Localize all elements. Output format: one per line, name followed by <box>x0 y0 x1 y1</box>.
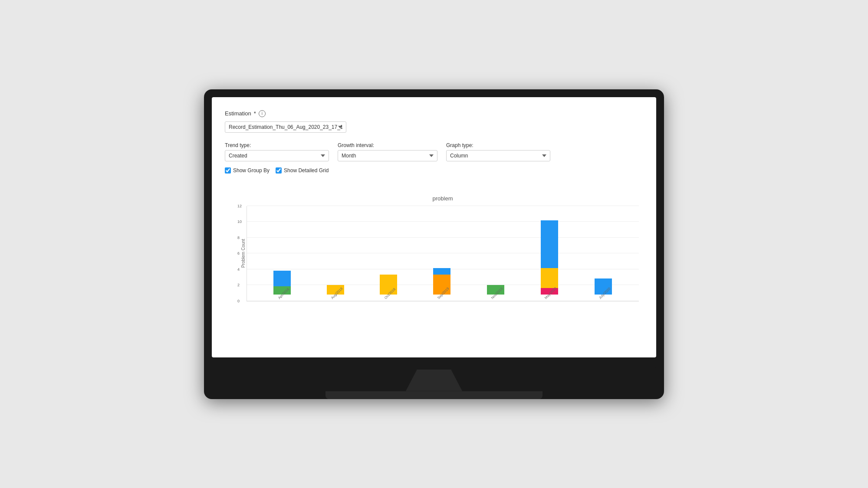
bar-group: Apr/2018 <box>273 271 291 301</box>
bar-stack <box>541 220 558 294</box>
bar-group: Nov/2019 <box>486 285 505 301</box>
y-tick-label: 4 <box>237 267 240 272</box>
bar-segment <box>541 268 558 288</box>
show-detailed-grid-label: Show Detailed Grid <box>284 167 329 174</box>
bar-segment <box>433 268 450 275</box>
graph-type-label: Graph type: <box>446 142 550 148</box>
y-tick-label: 0 <box>237 299 240 303</box>
monitor-screen: Estimation * i Record_Estimation_Thu_06_… <box>212 97 656 357</box>
growth-interval-group: Growth interval: Month <box>338 142 437 161</box>
graph-type-select[interactable]: Column <box>446 150 550 161</box>
info-icon[interactable]: i <box>259 110 266 117</box>
app-content: Estimation * i Record_Estimation_Thu_06_… <box>212 97 656 357</box>
controls-row: Trend type: Created Growth interval: Mon… <box>225 142 643 161</box>
y-tick-label: 6 <box>237 251 240 255</box>
estimation-label-row: Estimation * i <box>225 110 643 117</box>
bar-group: July/2020 <box>594 278 613 301</box>
bar-group: May/2020 <box>539 220 559 301</box>
show-detailed-grid-checkbox-item[interactable]: Show Detailed Grid <box>276 167 329 174</box>
chart-area: Problem Count 024681012 Apr/2018Aug/2018… <box>247 206 639 301</box>
graph-type-group: Graph type: Column <box>446 142 550 161</box>
y-tick-label: 12 <box>237 204 242 208</box>
y-tick-label: 2 <box>237 283 240 287</box>
trend-type-select[interactable]: Created <box>225 150 329 161</box>
y-axis-label: Problem Count <box>241 239 246 268</box>
monitor-bezel-bottom <box>212 357 656 370</box>
show-group-by-checkbox[interactable] <box>225 167 231 174</box>
chart-title: problem <box>247 195 639 202</box>
monitor: Estimation * i Record_Estimation_Thu_06_… <box>204 89 664 399</box>
trend-type-label: Trend type: <box>225 142 329 148</box>
estimation-label: Estimation <box>225 110 251 117</box>
bars-container: Apr/2018Aug/2018Oct/2018Sep/2019Nov/2019… <box>247 206 639 301</box>
monitor-stand <box>212 370 656 399</box>
bar-group: Oct/2018 <box>379 275 398 301</box>
y-tick-label: 10 <box>237 219 242 224</box>
stand-base <box>326 391 542 399</box>
growth-interval-select[interactable]: Month <box>338 150 437 161</box>
bar-group: Aug/2018 <box>326 285 345 301</box>
stand-neck <box>406 370 462 391</box>
show-detailed-grid-checkbox[interactable] <box>276 167 282 174</box>
checkbox-row: Show Group By Show Detailed Grid <box>225 167 643 174</box>
y-tick-label: 8 <box>237 236 240 240</box>
bar-segment <box>541 220 558 268</box>
growth-interval-label: Growth interval: <box>338 142 437 148</box>
trend-type-group: Trend type: Created <box>225 142 329 161</box>
bar-segment <box>273 271 291 287</box>
show-group-by-label: Show Group By <box>233 167 270 174</box>
required-star: * <box>254 110 256 117</box>
show-group-by-checkbox-item[interactable]: Show Group By <box>225 167 270 174</box>
bar-group: Sep/2019 <box>432 268 451 301</box>
chart-container: problem Problem Count 024681012 Apr/2018… <box>225 187 643 323</box>
estimation-select[interactable]: Record_Estimation_Thu_06_Aug_2020_23_17_… <box>225 121 346 133</box>
